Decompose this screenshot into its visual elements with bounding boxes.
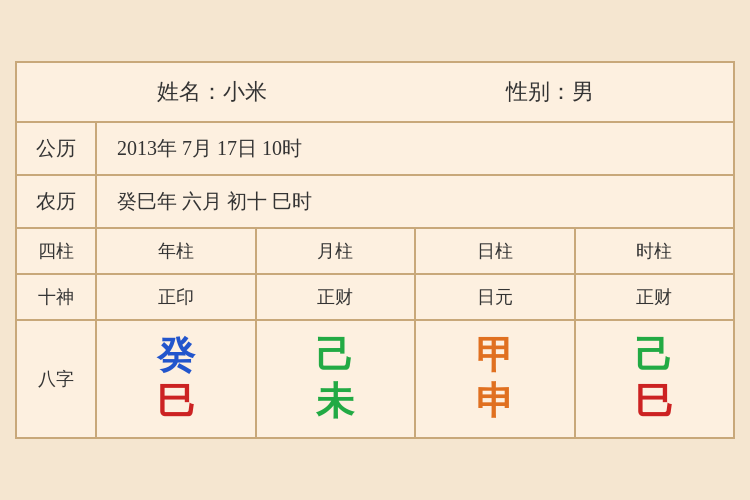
bazi-top-1: 己 bbox=[316, 335, 354, 377]
solar-label: 公历 bbox=[17, 123, 97, 174]
lunar-row: 农历 癸巳年 六月 初十 巳时 bbox=[17, 176, 733, 229]
shishen-label: 十神 bbox=[17, 275, 97, 319]
shishen-row: 十神 正印 正财 日元 正财 bbox=[17, 275, 733, 321]
lunar-value: 癸巳年 六月 初十 巳时 bbox=[97, 176, 733, 227]
bazi-top-0: 癸 bbox=[157, 335, 195, 377]
bazi-bottom-0: 巳 bbox=[157, 381, 195, 423]
bazi-bottom-1: 未 bbox=[316, 381, 354, 423]
shishen-col-3: 正财 bbox=[576, 275, 734, 319]
bazi-col-1: 己 未 bbox=[257, 321, 417, 437]
sizhu-col-3: 时柱 bbox=[576, 229, 734, 273]
sizhu-label: 四柱 bbox=[17, 229, 97, 273]
lunar-label: 农历 bbox=[17, 176, 97, 227]
sizhu-col-2: 日柱 bbox=[416, 229, 576, 273]
bazi-row: 八字 癸 巳 己 未 甲 申 己 巳 bbox=[17, 321, 733, 437]
shishen-col-0: 正印 bbox=[97, 275, 257, 319]
sizhu-row: 四柱 年柱 月柱 日柱 时柱 bbox=[17, 229, 733, 275]
bazi-top-2: 甲 bbox=[476, 335, 514, 377]
main-container: 姓名：小米 性别：男 公历 2013年 7月 17日 10时 农历 癸巳年 六月… bbox=[15, 61, 735, 439]
solar-row: 公历 2013年 7月 17日 10时 bbox=[17, 123, 733, 176]
bazi-top-3: 己 bbox=[635, 335, 673, 377]
shishen-col-1: 正财 bbox=[257, 275, 417, 319]
header-row: 姓名：小米 性别：男 bbox=[17, 63, 733, 123]
bazi-col-3: 己 巳 bbox=[576, 321, 734, 437]
bazi-col-0: 癸 巳 bbox=[97, 321, 257, 437]
shishen-col-2: 日元 bbox=[416, 275, 576, 319]
gender-label: 性别：男 bbox=[506, 77, 594, 107]
sizhu-col-1: 月柱 bbox=[257, 229, 417, 273]
name-label: 姓名：小米 bbox=[157, 77, 267, 107]
sizhu-col-0: 年柱 bbox=[97, 229, 257, 273]
bazi-col-2: 甲 申 bbox=[416, 321, 576, 437]
bazi-bottom-2: 申 bbox=[476, 381, 514, 423]
bazi-bottom-3: 巳 bbox=[635, 381, 673, 423]
bazi-label: 八字 bbox=[17, 321, 97, 437]
solar-value: 2013年 7月 17日 10时 bbox=[97, 123, 733, 174]
